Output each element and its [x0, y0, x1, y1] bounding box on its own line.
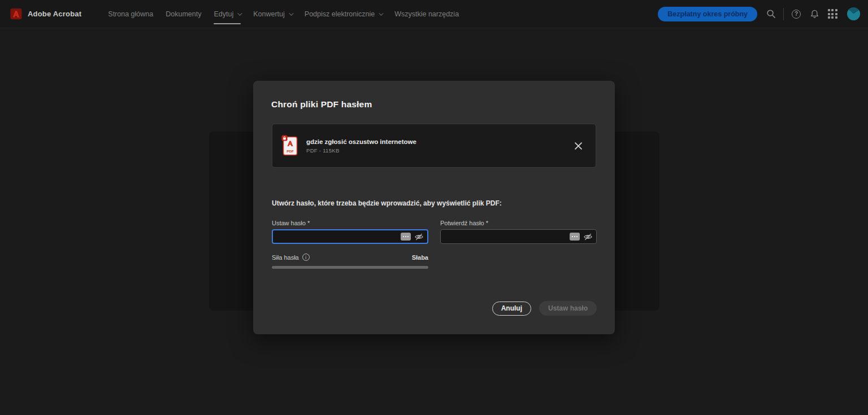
set-password-fieldbox [272, 229, 428, 244]
set-password-input[interactable] [276, 233, 401, 241]
nav-item-dokumenty[interactable]: Dokumenty [159, 0, 207, 28]
toggle-password-visibility-button[interactable] [414, 232, 424, 242]
nav-item-label: Edytuj [214, 10, 233, 18]
close-icon [575, 142, 582, 150]
nav-item-label: Wszystkie narzędzia [394, 10, 459, 18]
search-icon [766, 9, 776, 19]
apps-button[interactable] [823, 5, 841, 23]
autofill-suggest-button[interactable] [401, 233, 411, 241]
strength-label: Siła hasła [272, 254, 299, 261]
main-nav: Strona główna Dokumenty Edytuj Konwertuj… [102, 0, 465, 28]
nav-item-label: Dokumenty [166, 10, 201, 18]
brand[interactable]: Adobe Acrobat [10, 8, 81, 20]
info-icon[interactable]: i [302, 254, 310, 261]
help-icon: ? [792, 10, 801, 19]
free-trial-button[interactable]: Bezpłatny okres próbny [658, 7, 757, 21]
confirm-password-label: Potwierdź hasło * [440, 220, 597, 226]
chevron-down-icon [379, 11, 383, 15]
eye-slash-icon [583, 232, 593, 242]
search-button[interactable] [762, 5, 780, 23]
nav-item-konwertuj[interactable]: Konwertuj [247, 0, 298, 28]
file-card: PDF gdzie zgłosić oszustwo internetowe P… [272, 124, 596, 168]
set-password-group: Ustaw hasło * [272, 220, 428, 244]
nav-item-wszystkie-narzedzia[interactable]: Wszystkie narzędzia [388, 0, 465, 28]
nav-item-label: Podpisz elektronicznie [305, 10, 375, 18]
toggle-password-visibility-button[interactable] [583, 232, 593, 242]
file-meta: PDF - 115KB [306, 147, 416, 154]
remove-file-button[interactable] [571, 138, 585, 153]
nav-item-strona-glowna[interactable]: Strona główna [102, 0, 159, 28]
bell-icon [810, 9, 819, 19]
nav-item-label: Konwertuj [253, 10, 285, 18]
file-info: gdzie zgłosić oszustwo internetowe PDF -… [306, 138, 416, 154]
cancel-button[interactable]: Anuluj [492, 302, 531, 316]
notifications-button[interactable] [805, 5, 823, 23]
top-navbar: Adobe Acrobat Strona główna Dokumenty Ed… [0, 0, 868, 28]
strength-meter [272, 266, 428, 269]
divider [783, 8, 784, 20]
file-name: gdzie zgłosić oszustwo internetowe [306, 138, 416, 145]
password-instruction: Utwórz hasło, które trzeba będzie wprowa… [272, 199, 502, 207]
nav-item-label: Strona główna [108, 10, 153, 18]
eye-slash-icon [414, 232, 424, 242]
modal-actions: Anuluj Ustaw hasło [492, 301, 597, 316]
protect-pdf-modal: Chroń pliki PDF hasłem PDF gdzie zgłosić… [253, 81, 615, 334]
strength-label-wrap: Siła hasła i [272, 254, 310, 261]
user-avatar[interactable] [847, 7, 860, 20]
svg-text:PDF: PDF [287, 148, 294, 152]
nav-item-podpisz-elektronicznie[interactable]: Podpisz elektronicznie [298, 0, 388, 28]
nav-item-edytuj[interactable]: Edytuj [207, 0, 247, 28]
navbar-right: Bezpłatny okres próbny ? [658, 5, 860, 23]
autofill-suggest-button[interactable] [570, 233, 580, 241]
chevron-down-icon [289, 11, 293, 15]
chevron-down-icon [237, 11, 242, 15]
set-password-label: Ustaw hasło * [272, 220, 428, 226]
set-password-button[interactable]: Ustaw hasło [539, 301, 597, 316]
confirm-password-fieldbox [440, 229, 597, 244]
apps-grid-icon [828, 9, 837, 19]
confirm-password-group: Potwierdź hasło * [440, 220, 597, 244]
adobe-acrobat-logo-icon [10, 8, 22, 20]
help-button[interactable]: ? [787, 5, 805, 23]
strength-value: Słaba [412, 254, 428, 261]
password-strength-row: Siła hasła i Słaba [272, 254, 428, 261]
brand-name: Adobe Acrobat [28, 10, 81, 18]
modal-title: Chroń pliki PDF hasłem [271, 99, 372, 110]
confirm-password-input[interactable] [444, 233, 570, 241]
pdf-file-icon: PDF [283, 136, 298, 156]
